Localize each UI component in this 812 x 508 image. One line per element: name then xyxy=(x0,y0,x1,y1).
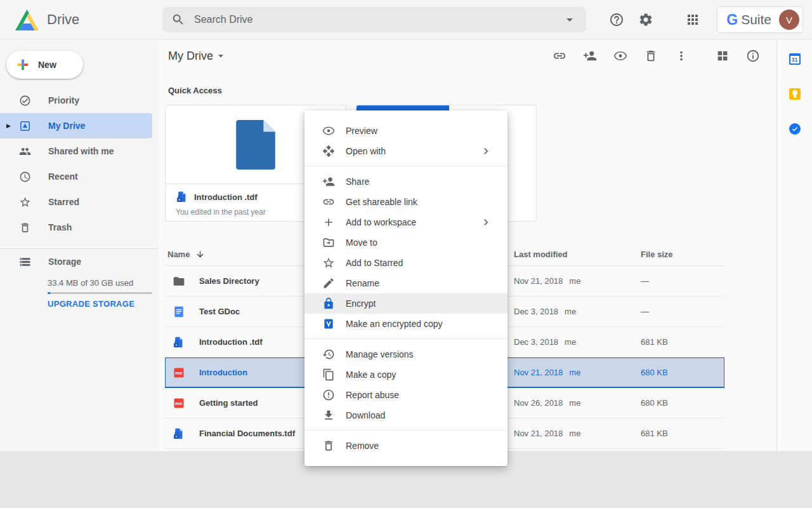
tasks-icon[interactable] xyxy=(789,123,801,135)
column-header-modified[interactable]: Last modified xyxy=(514,250,641,259)
person-add-icon xyxy=(322,175,335,188)
tdf-file-icon xyxy=(173,336,185,349)
drive-brand[interactable]: Drive xyxy=(15,0,79,39)
sidebar-item-trash[interactable]: Trash xyxy=(0,215,159,240)
sidebar-item-my-drive[interactable]: ▶ My Drive xyxy=(0,113,152,138)
menu-item-make-a-copy[interactable]: Make a copy xyxy=(304,364,508,385)
column-header-size[interactable]: File size xyxy=(641,250,724,259)
upgrade-storage-link[interactable]: UPGRADE STORAGE xyxy=(48,299,159,309)
delete-trash-icon[interactable] xyxy=(644,49,658,63)
more-options-icon[interactable] xyxy=(674,49,688,63)
sidebar-item-storage[interactable]: Storage xyxy=(0,249,159,274)
search-bar[interactable] xyxy=(162,7,586,32)
menu-item-encrypt[interactable]: Encrypt xyxy=(304,293,508,314)
gsuite-label: Suite xyxy=(741,12,771,27)
menu-divider xyxy=(304,166,508,166)
storage-icon xyxy=(19,256,31,268)
document-preview-icon xyxy=(236,120,275,170)
link-icon xyxy=(322,196,335,208)
people-icon xyxy=(19,145,31,157)
menu-item-open-with[interactable]: Open with xyxy=(304,141,508,161)
clock-icon xyxy=(19,171,31,183)
encrypted-copy-icon xyxy=(322,318,335,330)
search-icon[interactable] xyxy=(171,13,185,27)
file-name: Test GDoc xyxy=(199,307,240,316)
menu-item-make-encrypted-copy[interactable]: Make an encrypted copy xyxy=(304,314,508,334)
sidebar-item-recent[interactable]: Recent xyxy=(0,164,159,189)
file-name: Introduction xyxy=(199,368,247,377)
page-title[interactable]: My Drive xyxy=(168,50,227,63)
sidebar-item-priority[interactable]: Priority xyxy=(0,88,159,113)
storage-progress-bar xyxy=(48,292,152,294)
settings-gear-icon[interactable] xyxy=(638,12,653,27)
sidebar-item-shared-with-me[interactable]: Shared with me xyxy=(0,138,159,164)
drive-logo-icon xyxy=(15,10,39,30)
preview-eye-icon[interactable] xyxy=(613,49,627,63)
copy-icon xyxy=(322,368,335,381)
chevron-right-icon xyxy=(480,216,492,229)
gsuite-account-box[interactable]: G Suite V xyxy=(717,6,803,33)
menu-item-share[interactable]: Share xyxy=(304,171,508,192)
menu-divider xyxy=(304,338,508,339)
file-name: Introduction .tdf xyxy=(199,337,263,347)
tdf-file-icon xyxy=(176,190,188,203)
grid-view-icon[interactable] xyxy=(716,49,730,63)
keep-icon[interactable] xyxy=(789,88,801,100)
menu-item-get-shareable-link[interactable]: Get shareable link xyxy=(304,192,508,212)
star-icon xyxy=(19,196,31,208)
topbar-actions: G Suite V xyxy=(602,0,803,39)
search-input[interactable] xyxy=(194,14,562,25)
new-button[interactable]: New xyxy=(6,51,83,79)
expand-arrow-icon[interactable]: ▶ xyxy=(5,123,19,129)
app-title: Drive xyxy=(47,11,79,28)
calendar-icon[interactable]: 31 xyxy=(789,53,801,65)
file-name: Financial Documents.tdf xyxy=(199,429,295,438)
share-person-add-icon[interactable] xyxy=(583,49,597,63)
menu-item-add-to-workspace[interactable]: Add to workspace xyxy=(304,212,508,232)
pdf-file-icon: PDF xyxy=(173,366,185,379)
sidebar-nav: Priority ▶ My Drive Shared with me Recen… xyxy=(0,88,159,240)
sidebar-item-starred[interactable]: Starred xyxy=(0,189,159,215)
restore-clock-icon xyxy=(322,348,335,361)
tdf-file-icon xyxy=(173,427,185,440)
get-link-icon[interactable] xyxy=(553,49,566,63)
apps-grid-icon[interactable] xyxy=(685,12,700,27)
open-with-icon xyxy=(322,145,335,157)
sort-descending-icon[interactable] xyxy=(195,250,205,259)
star-icon xyxy=(322,257,335,269)
menu-item-download[interactable]: Download xyxy=(304,405,508,425)
pdf-file-icon: PDF xyxy=(173,397,185,410)
file-name: Getting started xyxy=(199,398,258,408)
info-icon[interactable] xyxy=(746,49,760,63)
menu-item-move-to[interactable]: Move to xyxy=(304,232,508,253)
help-icon[interactable] xyxy=(609,12,624,27)
drive-icon xyxy=(19,120,31,132)
eye-icon xyxy=(322,124,335,137)
menu-item-manage-versions[interactable]: Manage versions xyxy=(304,344,508,364)
menu-item-remove[interactable]: Remove xyxy=(304,436,508,456)
gsuite-g-logo: G xyxy=(726,11,738,29)
menu-item-report-abuse[interactable]: Report abuse xyxy=(304,385,508,405)
storage-usage-text: 33.4 MB of 30 GB used xyxy=(48,278,159,288)
trash-icon xyxy=(322,439,335,452)
new-button-label: New xyxy=(38,60,56,70)
check-circle-icon xyxy=(19,95,31,107)
download-icon xyxy=(322,409,335,422)
menu-item-preview[interactable]: Preview xyxy=(304,121,508,141)
storage-progress-fill xyxy=(48,292,50,294)
avatar[interactable]: V xyxy=(779,10,799,30)
title-caret-icon[interactable] xyxy=(214,50,227,62)
lock-icon xyxy=(322,297,335,310)
file-name: Sales Directory xyxy=(199,276,259,286)
main-header: My Drive xyxy=(159,40,776,72)
report-icon xyxy=(322,389,335,401)
search-options-caret-icon[interactable] xyxy=(562,12,577,27)
menu-item-rename[interactable]: Rename xyxy=(304,273,508,293)
quick-access-heading: Quick Access xyxy=(168,86,776,96)
menu-item-add-to-starred[interactable]: Add to Starred xyxy=(304,253,508,273)
context-menu: Preview Open with Share Get shareable li… xyxy=(304,110,508,466)
svg-text:PDF: PDF xyxy=(175,401,183,405)
chevron-right-icon xyxy=(480,145,492,157)
pencil-icon xyxy=(322,277,335,290)
side-panel-rail: 31 xyxy=(776,40,812,451)
